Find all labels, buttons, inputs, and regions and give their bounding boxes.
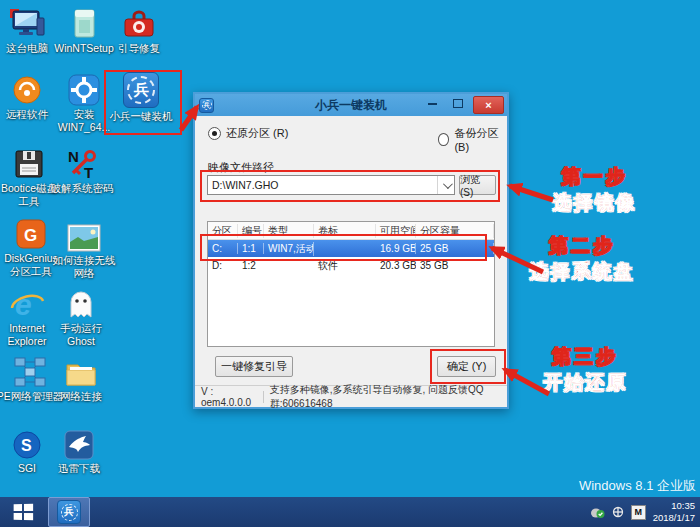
nt-key-icon: N T — [64, 148, 100, 180]
desktop-icon-label: 这台电脑 — [6, 42, 48, 55]
desktop: 这台电脑 WinNTSetup 引导修复 远程软件 — [0, 0, 700, 527]
annotation-step1: 第一步 选择镜像 — [542, 164, 647, 216]
annotation-step2: 第二步 选择系统盘 — [526, 233, 638, 285]
desktop-icon-label: WinNTSetup — [54, 42, 114, 55]
desktop-icon-label: 迅雷下载 — [58, 462, 100, 475]
desktop-icon-ghost[interactable]: 手动运行 Ghost — [52, 288, 110, 347]
tray-security-icon[interactable] — [590, 505, 605, 519]
radio-restore-partition[interactable]: 还原分区 (R) — [208, 126, 288, 141]
swallow-icon — [64, 428, 94, 460]
desktop-icon-internet-explorer[interactable]: e Internet Explorer — [0, 288, 54, 347]
desktop-icon-boot-repair[interactable]: 引导修复 — [112, 8, 166, 55]
desktop-icon-label: 远程软件 — [6, 108, 48, 121]
start-button[interactable] — [0, 497, 46, 527]
cell: 1:1 — [238, 243, 264, 254]
step1-action: 选择镜像 — [542, 190, 647, 216]
windows-logo-icon — [14, 504, 33, 520]
ie-icon: e — [9, 288, 45, 320]
column-header: 分区 — [208, 224, 238, 238]
svg-text:T: T — [84, 164, 93, 180]
desktop-icon-sgi[interactable]: S SGI — [0, 428, 54, 475]
photo-icon — [67, 220, 101, 252]
taskbar-clock[interactable]: 10:35 2018/1/17 — [653, 500, 698, 524]
desktop-icon-label: DiskGenius 分区工具 — [4, 252, 58, 277]
maximize-icon — [453, 99, 463, 108]
folder-icon — [64, 356, 98, 388]
desktop-icon-remote-software[interactable]: 远程软件 — [0, 74, 54, 121]
close-icon: × — [485, 99, 491, 111]
remote-icon — [11, 74, 43, 106]
cell: 35 GB — [416, 260, 494, 271]
radio-backup-partition[interactable]: 备份分区 (B) — [438, 126, 507, 153]
soldier-installer-icon: 兵 — [123, 76, 159, 108]
tray-eject-icon[interactable] — [612, 506, 624, 518]
system-tray: M 10:35 2018/1/17 — [590, 497, 698, 527]
cell: 16.9 GB — [376, 243, 416, 254]
desktop-icon-pe-network-manager[interactable]: PE网络管理器 — [0, 356, 60, 403]
desktop-icon-label: Bootice磁盘 工具 — [1, 182, 57, 207]
cell: C: — [208, 243, 238, 254]
step2-title: 第二步 — [526, 233, 638, 259]
column-header: 类型 — [264, 224, 314, 238]
desktop-icon-this-pc[interactable]: 这台电脑 — [0, 8, 54, 55]
desktop-icon-label: 引导修复 — [118, 42, 160, 55]
diskgenius-icon: G — [15, 218, 47, 250]
soldier-installer-icon: 兵 — [57, 500, 81, 524]
table-row-c[interactable]: C: 1:1 WIN7,活动 16.9 GB 25 GB — [208, 240, 494, 257]
minimize-icon — [428, 103, 437, 105]
desktop-icon-label: 小兵一键装机 — [110, 110, 173, 123]
repair-boot-button[interactable]: 一键修复引导 — [215, 356, 293, 377]
desktop-icon-winntsetup[interactable]: WinNTSetup — [55, 8, 113, 55]
step1-title: 第一步 — [542, 164, 647, 190]
column-header: 分区容量 — [416, 224, 494, 238]
ok-button[interactable]: 确定 (Y) — [437, 356, 496, 377]
cell: 1:2 — [238, 260, 264, 271]
desktop-icon-label: 如何连接无线 网络 — [53, 254, 116, 279]
annotation-step3: 第三步 开始还原 — [530, 344, 640, 396]
image-path-combobox[interactable]: D:\WIN7.GHO — [207, 175, 455, 195]
desktop-icon-soldier-installer[interactable]: 兵 小兵一键装机 — [106, 76, 176, 123]
gear-icon — [68, 74, 100, 106]
desktop-icon-label: SGI — [18, 462, 36, 475]
desktop-icon-network-connections[interactable]: 网络连接 — [52, 356, 110, 403]
cell: 软件 — [314, 259, 376, 273]
desktop-icon-label: Internet Explorer — [7, 322, 46, 347]
svg-text:S: S — [21, 437, 32, 454]
desktop-icon-install-win7[interactable]: 安装 WIN7_64... — [55, 74, 113, 133]
maximize-button[interactable] — [447, 96, 469, 111]
status-text: 支持多种镜像,多系统引导自动修复, 问题反馈QQ群:606616468 — [270, 383, 507, 411]
installer-window: 兵 小兵一键装机 × 还原分区 (R) 备份分区 (B) 映像文件路径 D:\W… — [193, 92, 509, 409]
desktop-icon-label: 网络连接 — [60, 390, 102, 403]
table-row-d[interactable]: D: 1:2 软件 20.3 GB 35 GB — [208, 257, 494, 274]
radio-backup-label: 备份分区 (B) — [454, 126, 507, 153]
window-titlebar[interactable]: 兵 小兵一键装机 × — [195, 94, 507, 116]
status-bar: V : oem4.0.0.0 支持多种镜像,多系统引导自动修复, 问题反馈QQ群… — [195, 385, 507, 407]
close-button[interactable]: × — [473, 96, 504, 114]
taskbar-app-installer[interactable]: 兵 — [48, 497, 90, 527]
network-nodes-icon — [12, 356, 48, 388]
desktop-icon-crack-password[interactable]: N T 破解系统密码 — [50, 148, 114, 195]
desktop-icon-thunder-download[interactable]: 迅雷下载 — [52, 428, 106, 475]
step3-action: 开始还原 — [530, 370, 640, 396]
image-path-label: 映像文件路径 — [208, 160, 274, 175]
clock-time: 10:35 — [653, 500, 695, 512]
column-header: 可用空间 — [376, 224, 416, 238]
version-text: V : oem4.0.0.0 — [195, 386, 263, 408]
desktop-icon-label: 手动运行 Ghost — [60, 322, 102, 347]
tray-m-icon[interactable]: M — [631, 505, 646, 520]
cell: WIN7,活动 — [264, 242, 314, 256]
taskbar: 兵 M 10:35 2018/1/17 — [0, 497, 700, 527]
desktop-icon-wifi-guide[interactable]: 如何连接无线 网络 — [52, 220, 116, 279]
browse-button[interactable]: 浏览 (S) — [459, 175, 496, 195]
floppy-disk-icon — [12, 148, 46, 180]
column-header: 编号 — [238, 224, 264, 238]
chevron-down-icon — [437, 176, 454, 194]
software-box-icon — [68, 8, 100, 40]
ghost-icon — [66, 288, 96, 320]
cell: D: — [208, 260, 238, 271]
windows-version-watermark: Windows 8.1 企业版 — [579, 477, 696, 495]
minimize-button[interactable] — [421, 96, 443, 111]
cell: 25 GB — [416, 243, 494, 254]
step3-title: 第三步 — [530, 344, 640, 370]
sgi-icon: S — [12, 428, 42, 460]
